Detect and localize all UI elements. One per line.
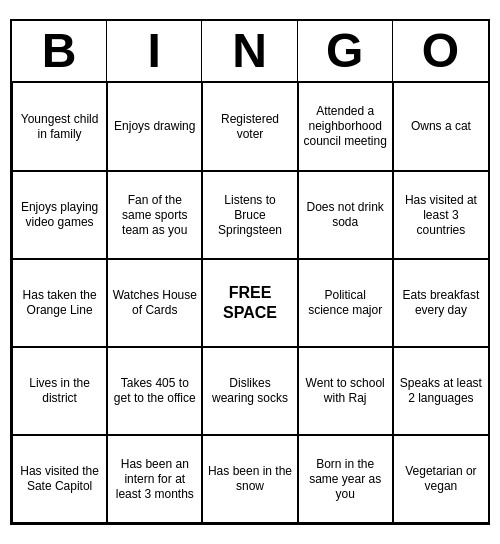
bingo-cell-23[interactable]: Born in the same year as you	[298, 435, 393, 523]
bingo-cell-17[interactable]: Dislikes wearing socks	[202, 347, 297, 435]
bingo-cell-5[interactable]: Enjoys playing video games	[12, 171, 107, 259]
bingo-cell-16[interactable]: Takes 405 to get to the office	[107, 347, 202, 435]
bingo-cell-22[interactable]: Has been in the snow	[202, 435, 297, 523]
bingo-cell-10[interactable]: Has taken the Orange Line	[12, 259, 107, 347]
bingo-letter-o: O	[393, 21, 488, 82]
bingo-cell-2[interactable]: Registered voter	[202, 83, 297, 171]
bingo-cell-3[interactable]: Attended a neighborhood council meeting	[298, 83, 393, 171]
bingo-letter-g: G	[298, 21, 393, 82]
bingo-cell-21[interactable]: Has been an intern for at least 3 months	[107, 435, 202, 523]
bingo-card: BINGO Youngest child in familyEnjoys dra…	[10, 19, 490, 526]
bingo-header: BINGO	[12, 21, 488, 84]
bingo-cell-20[interactable]: Has visited the Sate Capitol	[12, 435, 107, 523]
bingo-cell-8[interactable]: Does not drink soda	[298, 171, 393, 259]
bingo-cell-13[interactable]: Political science major	[298, 259, 393, 347]
bingo-letter-b: B	[12, 21, 107, 82]
bingo-cell-1[interactable]: Enjoys drawing	[107, 83, 202, 171]
bingo-cell-14[interactable]: Eats breakfast every day	[393, 259, 488, 347]
bingo-cell-0[interactable]: Youngest child in family	[12, 83, 107, 171]
bingo-cell-19[interactable]: Speaks at least 2 languages	[393, 347, 488, 435]
bingo-cell-4[interactable]: Owns a cat	[393, 83, 488, 171]
bingo-cell-18[interactable]: Went to school with Raj	[298, 347, 393, 435]
bingo-letter-n: N	[202, 21, 297, 82]
bingo-cell-15[interactable]: Lives in the district	[12, 347, 107, 435]
bingo-letter-i: I	[107, 21, 202, 82]
bingo-cell-11[interactable]: Watches House of Cards	[107, 259, 202, 347]
bingo-grid: Youngest child in familyEnjoys drawingRe…	[12, 83, 488, 523]
bingo-cell-9[interactable]: Has visited at least 3 countries	[393, 171, 488, 259]
bingo-cell-7[interactable]: Listens to Bruce Springsteen	[202, 171, 297, 259]
bingo-cell-24[interactable]: Vegetarian or vegan	[393, 435, 488, 523]
bingo-cell-12[interactable]: FREE SPACE	[202, 259, 297, 347]
bingo-cell-6[interactable]: Fan of the same sports team as you	[107, 171, 202, 259]
